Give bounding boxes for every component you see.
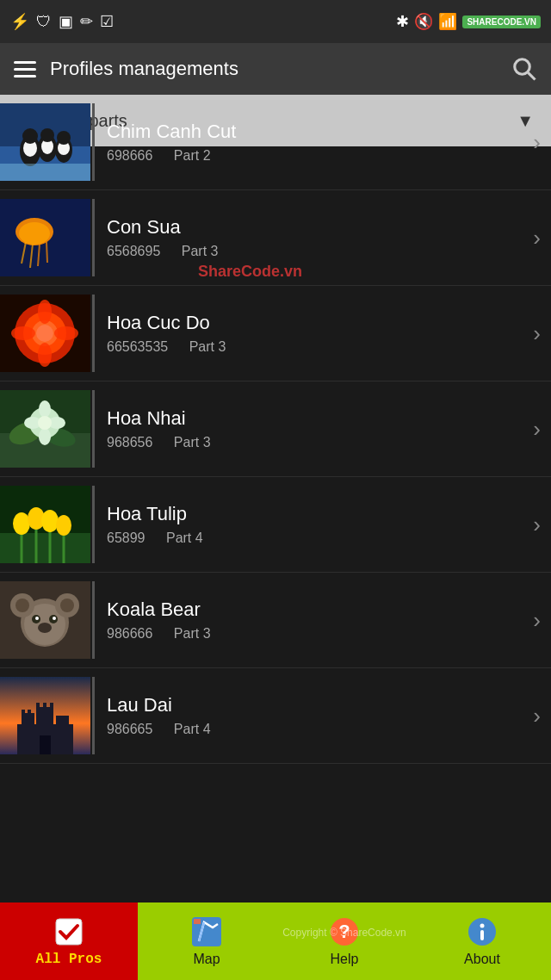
svg-point-48 — [41, 510, 59, 532]
list-container: ShareCode.vn Chim Canh Cut — [0, 95, 551, 902]
item-name: Con Sua — [107, 216, 523, 239]
svg-rect-75 — [194, 919, 201, 924]
item-code: 698666 — [107, 148, 152, 163]
mute-icon: 🔇 — [414, 12, 433, 31]
item-meta: 698666 Part 2 — [107, 148, 523, 164]
svg-rect-71 — [50, 703, 53, 708]
nav-item-map[interactable]: Map — [138, 902, 276, 980]
item-info: Hoa Nhai 968656 Part 3 — [96, 399, 533, 459]
svg-point-49 — [56, 515, 71, 536]
item-thumbnail-koala — [0, 581, 90, 659]
svg-point-27 — [11, 326, 35, 340]
item-divider — [92, 295, 95, 372]
item-part: Part 4 — [166, 530, 203, 545]
item-code: 65899 — [107, 530, 145, 545]
svg-point-61 — [38, 623, 52, 633]
svg-point-0 — [515, 59, 530, 75]
bottom-nav: All Pros Map ? Help — [0, 902, 551, 980]
svg-rect-64 — [22, 713, 34, 730]
page-title: Profiles managements — [50, 58, 238, 80]
item-divider — [92, 103, 95, 181]
item-meta: 65899 Part 4 — [107, 530, 523, 546]
item-name: Lau Dai — [107, 694, 523, 716]
item-part: Part 4 — [174, 722, 211, 736]
item-info: Chim Canh Cut 698666 Part 2 — [96, 112, 533, 172]
svg-rect-68 — [28, 710, 31, 715]
svg-point-9 — [40, 128, 54, 142]
svg-point-36 — [39, 428, 51, 445]
status-icons-right: ✱ 🔇 📶 SHARECODE.VN — [396, 12, 541, 31]
chevron-right-icon: › — [533, 416, 551, 443]
item-divider — [92, 199, 95, 276]
svg-point-39 — [38, 416, 52, 430]
item-meta: 986666 Part 3 — [107, 626, 523, 642]
item-code: 6568695 — [107, 244, 160, 258]
item-info: Con Sua 6568695 Part 3 — [96, 208, 533, 268]
chevron-right-icon: › — [533, 512, 551, 538]
item-part: Part 3 — [189, 339, 226, 354]
list-item[interactable]: Chim Canh Cut 698666 Part 2 › — [0, 95, 551, 190]
item-meta: 986665 Part 4 — [107, 722, 523, 737]
nav-label-all-pros: All Pros — [36, 952, 102, 967]
item-name: Koala Bear — [107, 599, 523, 621]
item-thumbnail-castle — [0, 677, 90, 754]
status-icons-left: ⚡ 🛡 ▣ ✏ ☑ — [10, 12, 114, 31]
list-item[interactable]: Koala Bear 986666 Part 3 › — [0, 573, 551, 668]
item-name: Hoa Tulip — [107, 503, 523, 525]
item-info: Koala Bear 986666 Part 3 — [96, 590, 533, 650]
item-thumbnail-flower-red — [0, 295, 90, 372]
svg-point-55 — [15, 599, 29, 612]
nav-item-about[interactable]: About — [413, 902, 551, 980]
list-item[interactable]: Hoa Nhai 968656 Part 3 › — [0, 381, 551, 477]
nav-item-help[interactable]: ? Help — [276, 902, 413, 980]
top-bar: Profiles managements — [0, 43, 551, 95]
item-info: Lau Dai 986665 Part 4 — [96, 685, 533, 746]
svg-point-46 — [13, 512, 30, 535]
svg-rect-69 — [36, 703, 40, 708]
search-button[interactable] — [511, 56, 537, 82]
bluetooth-icon: ✱ — [396, 12, 409, 31]
svg-point-29 — [36, 325, 53, 342]
list-item[interactable]: Hoa Cuc Do 66563535 Part 3 › — [0, 286, 551, 381]
nav-label-help: Help — [331, 952, 359, 967]
nav-label-map: Map — [193, 952, 220, 967]
list-item[interactable]: Con Sua 6568695 Part 3 › — [0, 190, 551, 286]
nav-item-all-pros[interactable]: All Pros — [0, 902, 138, 980]
sim-icon: ▣ — [59, 12, 73, 31]
svg-rect-41 — [0, 533, 90, 563]
list-item[interactable]: Lau Dai 986665 Part 4 › — [0, 668, 551, 764]
status-bar: ⚡ 🛡 ▣ ✏ ☑ ✱ 🔇 📶 SHARECODE.VN — [0, 0, 551, 43]
item-name: Chim Canh Cut — [107, 121, 523, 143]
item-divider — [92, 486, 95, 563]
svg-rect-13 — [0, 164, 90, 181]
list-item[interactable]: Hoa Tulip 65899 Part 4 › — [0, 477, 551, 573]
svg-rect-65 — [56, 716, 69, 730]
item-divider — [92, 581, 95, 659]
item-part: Part 3 — [174, 435, 211, 450]
svg-point-59 — [35, 617, 39, 620]
svg-rect-70 — [43, 703, 46, 708]
item-divider — [92, 390, 95, 468]
hamburger-button[interactable] — [14, 61, 36, 78]
svg-rect-80 — [480, 930, 484, 940]
svg-rect-67 — [22, 710, 25, 715]
svg-point-56 — [60, 599, 74, 612]
sharecode-logo: SHARECODE.VN — [462, 16, 541, 28]
nav-label-about: About — [464, 952, 500, 967]
item-code: 986666 — [107, 626, 152, 641]
svg-rect-66 — [36, 707, 53, 730]
item-thumbnail-penguins — [0, 103, 90, 181]
chevron-right-icon: › — [533, 703, 551, 729]
item-code: 986665 — [107, 722, 152, 736]
item-info: Hoa Cuc Do 66563535 Part 3 — [96, 303, 533, 363]
svg-point-60 — [53, 617, 56, 620]
item-meta: 66563535 Part 3 — [107, 339, 523, 355]
item-name: Hoa Cuc Do — [107, 312, 523, 334]
svg-point-16 — [19, 222, 50, 245]
item-thumbnail-tulips — [0, 486, 90, 563]
svg-point-26 — [38, 343, 52, 367]
item-part: Part 2 — [174, 148, 211, 163]
top-bar-left: Profiles managements — [14, 58, 238, 80]
svg-point-6 — [22, 128, 38, 144]
item-divider — [92, 677, 95, 754]
